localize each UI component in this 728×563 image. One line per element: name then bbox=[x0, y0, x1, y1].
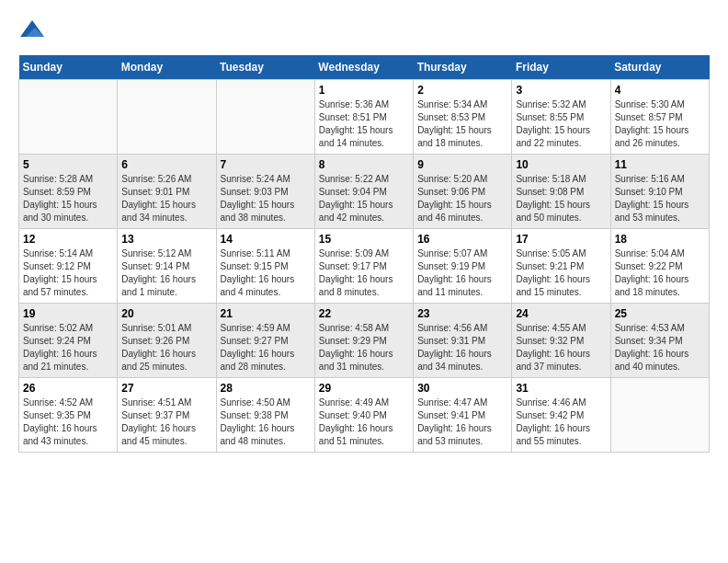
day-number: 15 bbox=[319, 233, 409, 246]
logo bbox=[18, 18, 50, 46]
day-info: Sunrise: 5:22 AM Sunset: 9:04 PM Dayligh… bbox=[319, 173, 409, 224]
day-info: Sunrise: 4:55 AM Sunset: 9:32 PM Dayligh… bbox=[516, 322, 606, 373]
calendar-cell: 2Sunrise: 5:34 AM Sunset: 8:53 PM Daylig… bbox=[414, 80, 512, 155]
calendar-cell: 13Sunrise: 5:12 AM Sunset: 9:14 PM Dayli… bbox=[118, 229, 216, 304]
day-info: Sunrise: 5:14 AM Sunset: 9:12 PM Dayligh… bbox=[23, 247, 113, 299]
day-info: Sunrise: 4:53 AM Sunset: 9:34 PM Dayligh… bbox=[615, 322, 705, 373]
calendar-cell: 10Sunrise: 5:18 AM Sunset: 9:08 PM Dayli… bbox=[512, 155, 610, 229]
day-number: 30 bbox=[417, 382, 507, 395]
day-info: Sunrise: 5:09 AM Sunset: 9:17 PM Dayligh… bbox=[319, 247, 409, 299]
calendar-cell: 11Sunrise: 5:16 AM Sunset: 9:10 PM Dayli… bbox=[610, 155, 709, 229]
day-number: 13 bbox=[121, 233, 211, 246]
calendar-week-2: 5Sunrise: 5:28 AM Sunset: 8:59 PM Daylig… bbox=[19, 155, 710, 229]
day-number: 3 bbox=[516, 84, 606, 97]
header-friday: Friday bbox=[512, 55, 610, 80]
day-info: Sunrise: 4:51 AM Sunset: 9:37 PM Dayligh… bbox=[121, 396, 211, 448]
calendar-cell: 1Sunrise: 5:36 AM Sunset: 8:51 PM Daylig… bbox=[314, 80, 413, 155]
day-number: 4 bbox=[615, 84, 705, 97]
calendar-week-3: 12Sunrise: 5:14 AM Sunset: 9:12 PM Dayli… bbox=[19, 229, 710, 304]
day-info: Sunrise: 4:49 AM Sunset: 9:40 PM Dayligh… bbox=[319, 396, 409, 448]
header-sunday: Sunday bbox=[19, 55, 118, 80]
header-wednesday: Wednesday bbox=[314, 55, 413, 80]
calendar-cell: 24Sunrise: 4:55 AM Sunset: 9:32 PM Dayli… bbox=[512, 304, 610, 378]
day-number: 25 bbox=[615, 307, 705, 320]
calendar-cell: 17Sunrise: 5:05 AM Sunset: 9:21 PM Dayli… bbox=[512, 229, 610, 304]
day-number: 7 bbox=[221, 158, 311, 171]
day-info: Sunrise: 5:20 AM Sunset: 9:06 PM Dayligh… bbox=[417, 173, 507, 224]
day-info: Sunrise: 5:30 AM Sunset: 8:57 PM Dayligh… bbox=[615, 98, 705, 150]
day-info: Sunrise: 4:56 AM Sunset: 9:31 PM Dayligh… bbox=[417, 322, 507, 373]
day-number: 31 bbox=[516, 382, 606, 395]
calendar-cell: 21Sunrise: 4:59 AM Sunset: 9:27 PM Dayli… bbox=[216, 304, 314, 378]
day-info: Sunrise: 4:52 AM Sunset: 9:35 PM Dayligh… bbox=[23, 396, 113, 448]
calendar-cell: 30Sunrise: 4:47 AM Sunset: 9:41 PM Dayli… bbox=[414, 378, 512, 453]
calendar-cell: 19Sunrise: 5:02 AM Sunset: 9:24 PM Dayli… bbox=[19, 304, 118, 378]
calendar-cell: 31Sunrise: 4:46 AM Sunset: 9:42 PM Dayli… bbox=[512, 378, 610, 453]
day-number: 18 bbox=[615, 233, 705, 246]
day-info: Sunrise: 4:58 AM Sunset: 9:29 PM Dayligh… bbox=[319, 322, 409, 373]
calendar-cell: 18Sunrise: 5:04 AM Sunset: 9:22 PM Dayli… bbox=[610, 229, 709, 304]
calendar-cell: 14Sunrise: 5:11 AM Sunset: 9:15 PM Dayli… bbox=[216, 229, 314, 304]
day-info: Sunrise: 5:01 AM Sunset: 9:26 PM Dayligh… bbox=[121, 322, 211, 373]
day-info: Sunrise: 5:05 AM Sunset: 9:21 PM Dayligh… bbox=[516, 247, 606, 299]
header-tuesday: Tuesday bbox=[216, 55, 314, 80]
day-info: Sunrise: 4:47 AM Sunset: 9:41 PM Dayligh… bbox=[417, 396, 507, 448]
day-info: Sunrise: 5:28 AM Sunset: 8:59 PM Dayligh… bbox=[23, 173, 113, 224]
calendar-cell: 26Sunrise: 4:52 AM Sunset: 9:35 PM Dayli… bbox=[19, 378, 118, 453]
calendar-table: SundayMondayTuesdayWednesdayThursdayFrid… bbox=[18, 55, 710, 453]
calendar-cell: 6Sunrise: 5:26 AM Sunset: 9:01 PM Daylig… bbox=[118, 155, 216, 229]
day-number: 9 bbox=[417, 158, 507, 171]
calendar-cell: 9Sunrise: 5:20 AM Sunset: 9:06 PM Daylig… bbox=[414, 155, 512, 229]
day-number: 19 bbox=[23, 307, 113, 320]
day-info: Sunrise: 5:02 AM Sunset: 9:24 PM Dayligh… bbox=[23, 322, 113, 373]
calendar-cell bbox=[216, 80, 314, 155]
day-number: 11 bbox=[615, 158, 705, 171]
calendar-cell: 8Sunrise: 5:22 AM Sunset: 9:04 PM Daylig… bbox=[314, 155, 413, 229]
calendar-week-4: 19Sunrise: 5:02 AM Sunset: 9:24 PM Dayli… bbox=[19, 304, 710, 378]
day-number: 22 bbox=[319, 307, 409, 320]
calendar-cell bbox=[118, 80, 216, 155]
calendar-cell: 16Sunrise: 5:07 AM Sunset: 9:19 PM Dayli… bbox=[414, 229, 512, 304]
calendar-cell: 15Sunrise: 5:09 AM Sunset: 9:17 PM Dayli… bbox=[314, 229, 413, 304]
calendar-cell: 25Sunrise: 4:53 AM Sunset: 9:34 PM Dayli… bbox=[610, 304, 709, 378]
calendar-cell: 27Sunrise: 4:51 AM Sunset: 9:37 PM Dayli… bbox=[118, 378, 216, 453]
day-number: 20 bbox=[121, 307, 211, 320]
day-number: 23 bbox=[417, 307, 507, 320]
calendar-cell: 7Sunrise: 5:24 AM Sunset: 9:03 PM Daylig… bbox=[216, 155, 314, 229]
day-number: 6 bbox=[121, 158, 211, 171]
day-number: 27 bbox=[121, 382, 211, 395]
day-number: 28 bbox=[221, 382, 311, 395]
day-number: 26 bbox=[23, 382, 113, 395]
calendar-cell: 12Sunrise: 5:14 AM Sunset: 9:12 PM Dayli… bbox=[19, 229, 118, 304]
day-info: Sunrise: 5:11 AM Sunset: 9:15 PM Dayligh… bbox=[221, 247, 311, 299]
day-info: Sunrise: 4:46 AM Sunset: 9:42 PM Dayligh… bbox=[516, 396, 606, 448]
calendar-week-5: 26Sunrise: 4:52 AM Sunset: 9:35 PM Dayli… bbox=[19, 378, 710, 453]
header-saturday: Saturday bbox=[610, 55, 709, 80]
day-info: Sunrise: 5:26 AM Sunset: 9:01 PM Dayligh… bbox=[121, 173, 211, 224]
day-number: 16 bbox=[417, 233, 507, 246]
header-thursday: Thursday bbox=[414, 55, 512, 80]
day-info: Sunrise: 5:34 AM Sunset: 8:53 PM Dayligh… bbox=[417, 98, 507, 150]
day-number: 10 bbox=[516, 158, 606, 171]
day-number: 5 bbox=[23, 158, 113, 171]
day-number: 21 bbox=[221, 307, 311, 320]
day-number: 29 bbox=[319, 382, 409, 395]
header-monday: Monday bbox=[118, 55, 216, 80]
day-number: 2 bbox=[417, 84, 507, 97]
calendar-header-row: SundayMondayTuesdayWednesdayThursdayFrid… bbox=[19, 55, 710, 80]
calendar-cell: 4Sunrise: 5:30 AM Sunset: 8:57 PM Daylig… bbox=[610, 80, 709, 155]
day-number: 12 bbox=[23, 233, 113, 246]
day-info: Sunrise: 5:07 AM Sunset: 9:19 PM Dayligh… bbox=[417, 247, 507, 299]
calendar-cell bbox=[610, 378, 709, 453]
calendar-cell: 3Sunrise: 5:32 AM Sunset: 8:55 PM Daylig… bbox=[512, 80, 610, 155]
day-number: 24 bbox=[516, 307, 606, 320]
calendar-cell: 28Sunrise: 4:50 AM Sunset: 9:38 PM Dayli… bbox=[216, 378, 314, 453]
day-number: 14 bbox=[221, 233, 311, 246]
day-info: Sunrise: 5:24 AM Sunset: 9:03 PM Dayligh… bbox=[221, 173, 311, 224]
day-info: Sunrise: 4:59 AM Sunset: 9:27 PM Dayligh… bbox=[221, 322, 311, 373]
logo-icon bbox=[18, 18, 46, 46]
day-info: Sunrise: 5:12 AM Sunset: 9:14 PM Dayligh… bbox=[121, 247, 211, 299]
day-info: Sunrise: 5:18 AM Sunset: 9:08 PM Dayligh… bbox=[516, 173, 606, 224]
calendar-cell: 5Sunrise: 5:28 AM Sunset: 8:59 PM Daylig… bbox=[19, 155, 118, 229]
calendar-cell bbox=[19, 80, 118, 155]
